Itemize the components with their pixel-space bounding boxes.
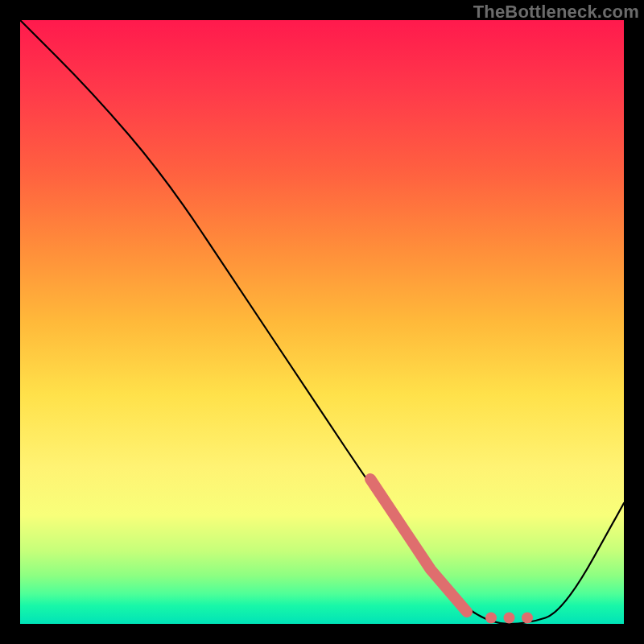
highlight-dot — [504, 613, 515, 624]
chart-overlay-svg — [20, 20, 624, 624]
chart-frame: TheBottleneck.com — [0, 0, 644, 644]
bottleneck-curve-path — [20, 20, 624, 624]
highlight-segment-path — [370, 479, 467, 612]
chart-plot-area — [20, 20, 624, 624]
highlight-dot — [522, 613, 533, 624]
highlight-dots — [485, 613, 533, 624]
highlight-dot — [485, 613, 497, 624]
